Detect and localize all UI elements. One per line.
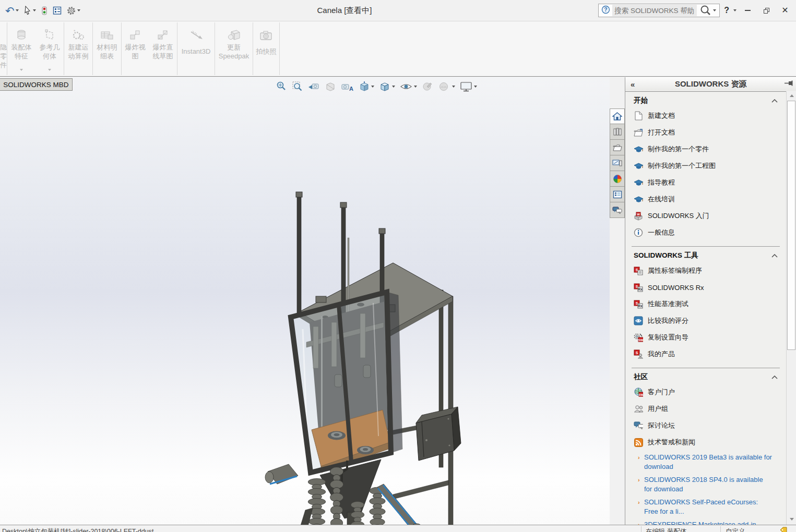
taskpane-body: 开始 新建文档 打开文档 制作我的第一个零件 制作我的第一个工程图 xyxy=(625,91,786,525)
tab-view-palette[interactable] xyxy=(610,155,625,171)
item-online-training[interactable]: 在线培训 xyxy=(625,191,786,208)
item-first-part[interactable]: 制作我的第一个零件 xyxy=(625,141,786,158)
tab-home[interactable] xyxy=(610,108,625,124)
item-getting-started[interactable]: W SOLIDWORKS 入门 xyxy=(625,208,786,224)
edit-appearance-button[interactable] xyxy=(421,80,434,93)
tab-design-library[interactable] xyxy=(610,124,625,140)
pin-icon[interactable] xyxy=(781,79,796,89)
svg-text:S: S xyxy=(636,351,638,355)
news-link[interactable]: › SOLIDWORKS Self-Paced eCourses: Free f… xyxy=(638,498,783,516)
close-button[interactable]: ✕ xyxy=(777,3,793,18)
taskpane-tab-strip xyxy=(610,108,625,218)
item-discussion-forum[interactable]: 探讨论坛 xyxy=(625,417,786,434)
section-collapse-icon[interactable] xyxy=(771,99,778,103)
item-customer-portal[interactable]: SW 客户门户 xyxy=(625,384,786,401)
scroll-down-button[interactable] xyxy=(787,515,796,524)
section-community-header[interactable]: 社区 xyxy=(625,368,786,384)
tab-file-explorer[interactable] xyxy=(610,140,625,155)
graphics-viewport[interactable]: SOLIDWORKS MBD A xyxy=(0,77,610,525)
item-copy-settings-wizard[interactable]: SW 复制设置向导 xyxy=(625,329,786,346)
collapse-chevrons-icon[interactable]: « xyxy=(625,80,640,89)
search-button[interactable] xyxy=(697,4,719,17)
select-caret-icon[interactable] xyxy=(33,9,36,11)
zoom-to-area-button[interactable] xyxy=(291,80,304,93)
item-my-products[interactable]: S 我的产品 xyxy=(625,346,786,362)
status-custom[interactable]: 自定义 xyxy=(726,527,745,532)
item-new-document[interactable]: 新建文档 xyxy=(625,107,786,124)
exploded-view-button[interactable]: 爆炸视图 xyxy=(122,21,149,76)
item-performance-benchmark[interactable]: SRx 性能基准测试 xyxy=(625,296,786,312)
item-compare-scores[interactable]: 比较我的评分 xyxy=(625,312,786,329)
news-link[interactable]: › SOLIDWORKS 2018 SP4.0 is available for… xyxy=(638,475,783,494)
take-snapshot-button[interactable]: 拍快照 xyxy=(253,21,279,76)
help-caret-icon[interactable] xyxy=(733,9,736,11)
taskpane-title: SOLIDWORKS 资源 xyxy=(640,79,781,89)
options-gear-icon xyxy=(66,6,76,16)
select-cursor-icon xyxy=(23,6,32,15)
reference-geometry-caret-icon[interactable] xyxy=(48,69,51,71)
undo-caret-icon[interactable] xyxy=(16,9,19,11)
help-button[interactable]: ? xyxy=(723,6,730,15)
display-style-caret-icon[interactable] xyxy=(392,86,395,88)
search-input[interactable] xyxy=(612,5,697,16)
view-settings-caret-icon[interactable] xyxy=(474,86,477,88)
news-link[interactable]: › 3DEXPERIENCE Marketplace add-in xyxy=(638,520,783,525)
section-view-button[interactable] xyxy=(324,80,337,93)
explode-line-sketch-button[interactable]: 爆炸直线草图 xyxy=(149,21,177,76)
update-speedpak-button[interactable]: 更新Speedpak xyxy=(215,21,253,76)
svg-text:W: W xyxy=(637,213,640,216)
section-collapse-icon[interactable] xyxy=(771,254,778,258)
item-first-drawing[interactable]: 制作我的第一个工程图 xyxy=(625,158,786,174)
tab-custom-properties[interactable] xyxy=(610,187,625,202)
assembly-features-caret-icon[interactable] xyxy=(20,69,23,71)
apply-scene-button[interactable] xyxy=(437,80,456,93)
scrollbar-thumb[interactable] xyxy=(787,101,795,350)
show-hidden-components-button[interactable]: 显示隐藏的零部件 xyxy=(0,21,7,76)
options-button[interactable] xyxy=(65,5,81,17)
rebuild-button[interactable] xyxy=(39,5,50,16)
undo-button[interactable]: ↶ xyxy=(4,4,20,17)
minimize-button[interactable] xyxy=(740,3,755,18)
view-settings-button[interactable] xyxy=(459,80,478,93)
hide-show-items-button[interactable] xyxy=(399,80,418,93)
scroll-down-icon xyxy=(790,518,794,521)
options-caret-icon[interactable] xyxy=(77,9,80,11)
select-button[interactable] xyxy=(22,5,37,16)
section-start-header[interactable]: 开始 xyxy=(625,92,786,107)
tag-icon[interactable] xyxy=(780,527,787,532)
hide-show-items-caret-icon[interactable] xyxy=(414,86,417,88)
instant3d-button[interactable]: Instant3D xyxy=(177,21,215,76)
news-bullet-icon: › xyxy=(638,454,640,461)
tab-solidworks-forum[interactable] xyxy=(610,202,625,218)
search-caret-icon[interactable] xyxy=(713,9,716,11)
report-button[interactable] xyxy=(52,5,63,16)
display-style-button[interactable] xyxy=(378,80,396,93)
view-orientation-caret-icon[interactable] xyxy=(371,86,374,88)
item-tutorials[interactable]: 指导教程 xyxy=(625,174,786,191)
view-annotations-button[interactable]: A xyxy=(340,80,354,93)
scroll-up-button[interactable] xyxy=(787,91,796,100)
item-open-document[interactable]: 打开文档 xyxy=(625,124,786,141)
view-orientation-button[interactable] xyxy=(358,80,375,93)
section-tools-header[interactable]: SOLIDWORKS 工具 xyxy=(625,247,786,262)
reference-geometry-button[interactable]: 参考几何体 xyxy=(35,21,64,76)
item-tech-alerts-news[interactable]: 技术警戒和新闻 xyxy=(625,434,786,451)
taskpane-scrollbar[interactable] xyxy=(786,91,796,525)
item-solidworks-rx[interactable]: SRx SOLIDWORKS Rx xyxy=(625,279,786,296)
new-motion-study-button[interactable]: * 新建运动算例 xyxy=(64,21,92,76)
item-property-tab-builder[interactable]: S 属性标签编制程序 xyxy=(625,262,786,279)
item-general-information[interactable]: 一般信息 xyxy=(625,224,786,241)
item-user-groups[interactable]: 用户组 xyxy=(625,401,786,417)
previous-view-button[interactable] xyxy=(307,80,320,93)
assembly-features-button[interactable]: 装配体特征 xyxy=(7,21,35,76)
restore-button[interactable] xyxy=(758,3,774,18)
section-collapse-icon[interactable] xyxy=(771,376,778,379)
tab-solidworks-mbd[interactable]: SOLIDWORKS MBD xyxy=(0,78,73,91)
apply-scene-caret-icon[interactable] xyxy=(452,86,455,88)
tab-appearances-scenes[interactable] xyxy=(610,171,625,187)
assembly-model[interactable] xyxy=(258,186,462,525)
tutorial-cap-icon xyxy=(634,161,643,171)
news-link[interactable]: › SOLIDWORKS 2019 Beta3 is available for… xyxy=(638,453,783,471)
bill-of-materials-button[interactable]: 材料明细表 xyxy=(93,21,121,76)
zoom-to-fit-button[interactable] xyxy=(275,80,288,93)
